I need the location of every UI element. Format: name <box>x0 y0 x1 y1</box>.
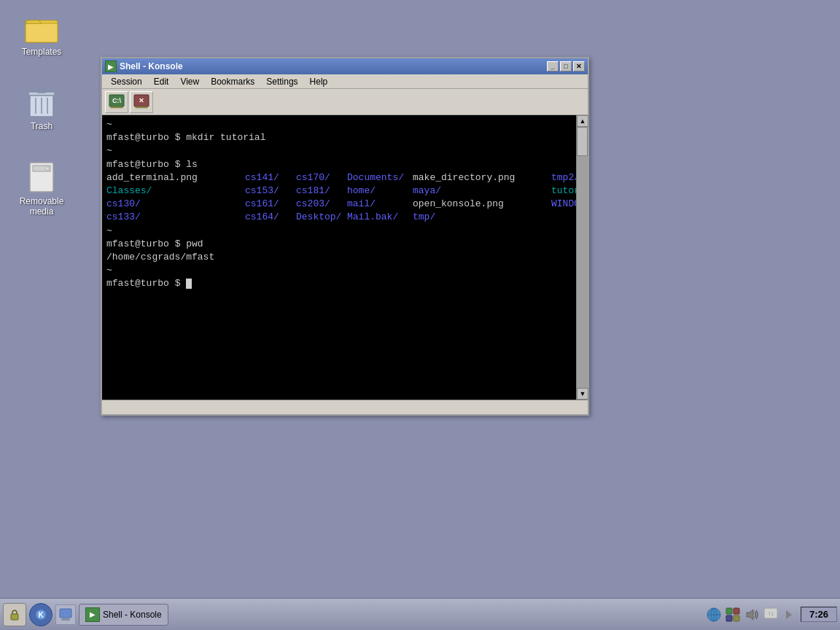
trash-label: Trash <box>31 121 52 131</box>
menu-settings[interactable]: Settings <box>260 76 303 88</box>
system-tray: ↑↓ 7:26 <box>706 607 837 623</box>
desktop-icon-removable[interactable]: Removable media <box>12 157 71 219</box>
folder-icon <box>24 10 59 45</box>
konsole-title-icon: ▶ <box>105 61 117 72</box>
scroll-thumb[interactable] <box>577 127 588 156</box>
menu-session[interactable]: Session <box>105 76 148 88</box>
taskbar-app-label: Shell - Konsole <box>103 610 162 620</box>
svg-rect-22 <box>61 619 70 621</box>
templates-label: Templates <box>22 47 62 57</box>
removable-label: Removable media <box>20 196 64 217</box>
maximize-button[interactable]: □ <box>560 61 572 71</box>
menu-view[interactable]: View <box>174 76 205 88</box>
svg-rect-17 <box>11 614 18 620</box>
svg-rect-15 <box>136 106 147 108</box>
menubar: Session Edit View Bookmarks Settings Hel… <box>102 74 588 89</box>
removable-media-icon <box>24 160 59 195</box>
konsole-statusbar <box>102 400 588 414</box>
network-icon[interactable] <box>706 607 722 623</box>
menu-edit[interactable]: Edit <box>148 76 175 88</box>
desktop: Templates Trash <box>0 0 840 598</box>
apps-icon[interactable] <box>725 607 741 623</box>
svg-text:C:\: C:\ <box>112 97 121 104</box>
toolbar-new-session[interactable]: C:\ <box>105 91 128 113</box>
close-button[interactable]: ✕ <box>573 61 585 71</box>
toolbar: C:\ ✕ <box>102 89 588 115</box>
svg-rect-12 <box>111 106 122 108</box>
svg-rect-27 <box>726 608 732 614</box>
clock: 7:26 <box>801 607 837 622</box>
taskbar: K ▶ Shell - Konsole <box>0 598 840 630</box>
svg-rect-28 <box>734 608 739 614</box>
konsole-titlebar: ▶ Shell - Konsole _ □ ✕ <box>102 58 588 74</box>
taskbar-konsole-icon: ▶ <box>85 607 100 622</box>
window-controls: _ □ ✕ <box>547 61 585 71</box>
trash-icon <box>24 85 59 120</box>
svg-text:↑↓: ↑↓ <box>768 610 774 617</box>
konsole-title-text: Shell - Konsole <box>120 61 547 71</box>
svg-marker-34 <box>786 610 792 619</box>
menu-bookmarks[interactable]: Bookmarks <box>205 76 260 88</box>
desktop-icon-templates[interactable]: Templates <box>12 7 71 60</box>
svg-rect-1 <box>26 23 58 42</box>
arrow-right-icon[interactable] <box>782 607 798 623</box>
svg-rect-7 <box>37 89 46 93</box>
svg-rect-30 <box>734 615 739 621</box>
network-arrows-icon[interactable]: ↑↓ <box>763 607 779 623</box>
svg-text:K: K <box>38 611 44 619</box>
svg-rect-29 <box>726 615 732 621</box>
terminal-output: ~ mfast@turbo $ mkdir tutorial ~ mfast@t… <box>102 115 576 400</box>
taskbar-konsole-button[interactable]: ▶ Shell - Konsole <box>79 604 168 626</box>
terminal-area[interactable]: ~ mfast@turbo $ mkdir tutorial ~ mfast@t… <box>102 115 588 400</box>
toolbar-close-session[interactable]: ✕ <box>130 91 153 113</box>
menu-help[interactable]: Help <box>304 76 334 88</box>
svg-marker-31 <box>747 610 753 620</box>
lock-button[interactable] <box>3 603 26 626</box>
volume-icon[interactable] <box>744 607 760 623</box>
svg-rect-10 <box>46 167 49 170</box>
scroll-down[interactable]: ▼ <box>577 388 588 400</box>
svg-text:✕: ✕ <box>139 97 144 104</box>
konsole-window: ▶ Shell - Konsole _ □ ✕ Session Edit Vie… <box>101 57 589 416</box>
svg-rect-20 <box>60 609 71 618</box>
minimize-button[interactable]: _ <box>547 61 559 71</box>
svg-rect-21 <box>62 618 69 619</box>
start-button[interactable]: K <box>29 603 52 626</box>
taskbar-desktop-button[interactable] <box>55 604 76 625</box>
terminal-scrollbar[interactable]: ▲ ▼ <box>576 115 588 400</box>
scroll-up[interactable]: ▲ <box>577 115 588 127</box>
scroll-track[interactable] <box>577 127 588 388</box>
desktop-icon-trash[interactable]: Trash <box>12 82 71 134</box>
